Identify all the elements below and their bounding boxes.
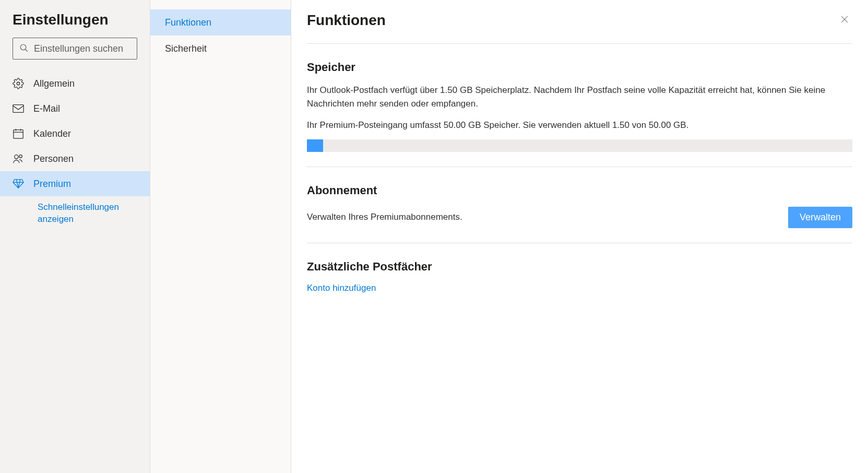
svg-line-1 xyxy=(25,49,28,52)
sidebar-item-label: Allgemein xyxy=(33,78,75,89)
gear-icon xyxy=(13,78,24,89)
settings-search[interactable] xyxy=(13,38,137,60)
mailboxes-section: Zusätzliche Postfächer Konto hinzufügen xyxy=(307,243,852,308)
close-button[interactable] xyxy=(837,11,852,29)
subnav-item-security[interactable]: Sicherheit xyxy=(150,36,291,62)
sidebar-item-general[interactable]: Allgemein xyxy=(0,71,150,96)
sidebar-item-email[interactable]: E-Mail xyxy=(0,96,150,121)
search-input[interactable] xyxy=(34,43,130,54)
svg-point-11 xyxy=(15,155,18,159)
sidebar-item-label: Premium xyxy=(33,179,71,190)
subscription-section: Abonnement Verwalten Ihres Premiumabonne… xyxy=(307,167,852,243)
diamond-icon xyxy=(13,179,24,189)
sidebar-item-calendar[interactable]: Kalender xyxy=(0,121,150,146)
storage-progress-fill xyxy=(307,139,323,152)
subnav-item-label: Sicherheit xyxy=(165,43,207,54)
sidebar-item-label: Personen xyxy=(33,153,74,164)
subscription-heading: Abonnement xyxy=(307,184,852,197)
storage-section: Speicher Ihr Outlook-Postfach verfügt üb… xyxy=(307,44,852,167)
svg-point-0 xyxy=(20,44,26,50)
sidebar-item-label: Kalender xyxy=(33,128,71,139)
subnav-item-features[interactable]: Funktionen xyxy=(150,9,291,36)
storage-text-2: Ihr Premium-Posteingang umfasst 50.00 GB… xyxy=(307,119,852,132)
mail-icon xyxy=(13,104,24,113)
manage-subscription-button[interactable]: Verwalten xyxy=(788,207,852,228)
subnav-item-label: Funktionen xyxy=(165,17,211,28)
svg-point-2 xyxy=(17,82,20,85)
sidebar-title: Einstellungen xyxy=(0,11,150,38)
svg-point-12 xyxy=(19,155,22,158)
svg-rect-3 xyxy=(13,105,23,113)
add-account-link[interactable]: Konto hinzufügen xyxy=(307,283,376,293)
storage-progress-bar xyxy=(307,139,852,152)
settings-sidebar: Einstellungen Allgemein xyxy=(0,0,150,473)
people-icon xyxy=(13,153,24,164)
main-content: Funktionen Speicher Ihr Outlook-Postfach… xyxy=(291,0,868,473)
page-title: Funktionen xyxy=(307,12,386,29)
close-icon xyxy=(840,15,849,26)
svg-rect-4 xyxy=(14,130,23,138)
search-icon xyxy=(19,43,29,54)
quick-settings-link[interactable]: Schnelleinstellungen anzeigen xyxy=(0,196,150,226)
sidebar-item-premium[interactable]: Premium xyxy=(0,171,150,196)
storage-text-1: Ihr Outlook-Postfach verfügt über 1.50 G… xyxy=(307,84,852,111)
storage-heading: Speicher xyxy=(307,61,852,74)
sidebar-item-label: E-Mail xyxy=(33,103,60,114)
premium-subnav: Funktionen Sicherheit xyxy=(150,0,291,473)
calendar-icon xyxy=(13,128,24,139)
mailboxes-heading: Zusätzliche Postfächer xyxy=(307,260,852,274)
sidebar-item-people[interactable]: Personen xyxy=(0,146,150,171)
subscription-text: Verwalten Ihres Premiumabonnements. xyxy=(307,210,462,224)
